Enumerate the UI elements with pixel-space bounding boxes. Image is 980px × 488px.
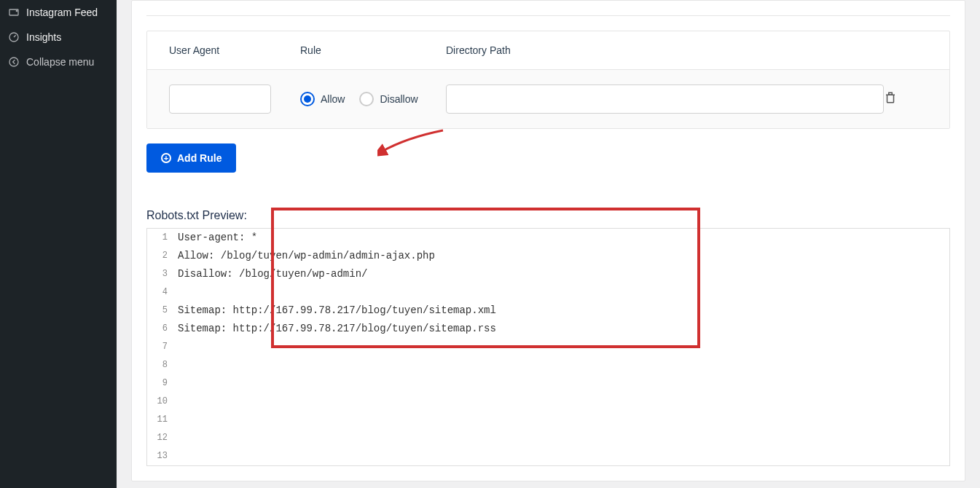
line-number: 5: [147, 302, 175, 320]
line-content: [175, 374, 178, 393]
gauge-icon: [7, 31, 20, 44]
line-content: Disallow: /blog/tuyen/wp-admin/: [175, 265, 367, 283]
sidebar-item-label: Insights: [26, 31, 61, 43]
code-line: 12: [147, 429, 949, 447]
line-content: Sitemap: http://167.99.78.217/blog/tuyen…: [175, 302, 496, 320]
rule-table: User Agent Rule Directory Path Allow Dis: [146, 31, 950, 129]
code-line: 4: [147, 283, 949, 302]
line-number: 10: [147, 393, 175, 411]
line-number: 7: [147, 338, 175, 356]
line-number: 11: [147, 411, 175, 429]
line-number: 3: [147, 265, 175, 283]
line-number: 4: [147, 283, 175, 302]
directory-path-input[interactable]: [446, 84, 884, 114]
rule-table-header: User Agent Rule Directory Path: [147, 31, 949, 69]
radio-allow-label: Allow: [321, 93, 345, 105]
column-header-rule: Rule: [300, 44, 446, 56]
column-header-directory-path: Directory Path: [446, 44, 884, 56]
code-line: 3Disallow: /blog/tuyen/wp-admin/: [147, 265, 949, 283]
code-line: 11: [147, 411, 949, 429]
radio-circle-icon: [359, 92, 374, 106]
sidebar-item-instagram-feed[interactable]: Instagram Feed: [0, 0, 117, 25]
code-line: 1User-agent: *: [147, 229, 949, 247]
line-content: [175, 411, 178, 429]
line-content: [175, 393, 178, 411]
main-content: User Agent Rule Directory Path Allow Dis: [117, 0, 980, 488]
sidebar-item-insights[interactable]: Insights: [0, 25, 117, 50]
code-line: 13: [147, 447, 949, 465]
code-line: 8: [147, 356, 949, 374]
collapse-icon: [7, 55, 20, 68]
line-content: [175, 447, 178, 465]
line-number: 6: [147, 320, 175, 338]
svg-point-1: [16, 10, 17, 11]
code-line: 10: [147, 393, 949, 411]
radio-allow[interactable]: Allow: [300, 92, 345, 106]
line-number: 2: [147, 247, 175, 265]
sidebar-item-label: Collapse menu: [26, 56, 94, 68]
line-content: [175, 429, 178, 447]
add-rule-button[interactable]: + Add Rule: [146, 143, 236, 173]
column-header-user-agent: User Agent: [169, 44, 300, 56]
sidebar-item-collapse-menu[interactable]: Collapse menu: [0, 50, 117, 74]
plus-circle-icon: +: [161, 153, 171, 163]
code-line: 6Sitemap: http://167.99.78.217/blog/tuye…: [147, 320, 949, 338]
code-line: 2Allow: /blog/tuyen/wp-admin/admin-ajax.…: [147, 247, 949, 265]
line-number: 1: [147, 229, 175, 247]
admin-sidebar: Instagram Feed Insights Collapse menu: [0, 0, 117, 488]
radio-circle-icon: [300, 92, 315, 106]
section-divider: [146, 15, 950, 16]
rule-row: Allow Disallow: [147, 69, 949, 128]
robots-preview-editor[interactable]: 1User-agent: *2Allow: /blog/tuyen/wp-adm…: [146, 228, 950, 466]
sidebar-item-label: Instagram Feed: [26, 7, 98, 18]
rule-radio-group: Allow Disallow: [300, 92, 446, 106]
radio-disallow[interactable]: Disallow: [359, 92, 418, 106]
settings-card: User Agent Rule Directory Path Allow Dis: [131, 0, 965, 481]
add-rule-label: Add Rule: [177, 152, 222, 164]
line-number: 9: [147, 374, 175, 393]
code-line: 7: [147, 338, 949, 356]
line-content: [175, 283, 178, 302]
delete-rule-button[interactable]: [884, 94, 897, 106]
user-agent-input[interactable]: [169, 84, 271, 114]
svg-point-3: [9, 58, 18, 66]
line-content: Allow: /blog/tuyen/wp-admin/admin-ajax.p…: [175, 247, 435, 265]
code-line: 5Sitemap: http://167.99.78.217/blog/tuye…: [147, 302, 949, 320]
instagram-icon: [7, 6, 20, 19]
line-number: 13: [147, 447, 175, 465]
line-number: 12: [147, 429, 175, 447]
robots-preview-title: Robots.txt Preview:: [146, 209, 950, 222]
line-content: Sitemap: http://167.99.78.217/blog/tuyen…: [175, 320, 496, 338]
line-number: 8: [147, 356, 175, 374]
line-content: User-agent: *: [175, 229, 257, 247]
line-content: [175, 338, 178, 356]
line-content: [175, 356, 178, 374]
code-line: 9: [147, 374, 949, 393]
radio-disallow-label: Disallow: [380, 93, 418, 105]
